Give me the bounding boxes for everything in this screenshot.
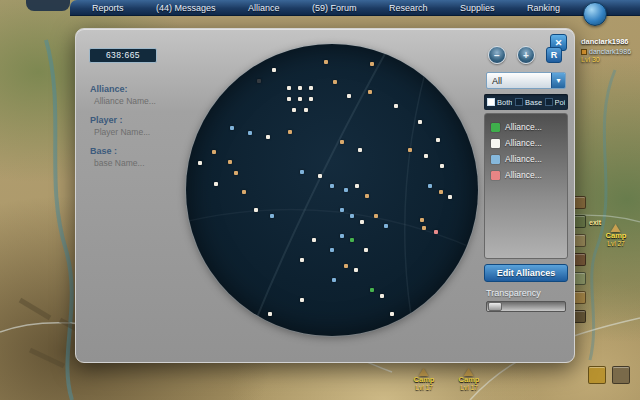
- radar-dot[interactable]: [298, 97, 302, 101]
- checkbox-both[interactable]: [487, 98, 495, 106]
- radar-dot[interactable]: [355, 184, 359, 188]
- legend-row[interactable]: Alliance...: [485, 167, 567, 183]
- radar-dot[interactable]: [420, 218, 424, 222]
- resource-icon[interactable]: [588, 366, 606, 384]
- radar-dot[interactable]: [228, 160, 232, 164]
- nav-item-reports[interactable]: Reports: [92, 3, 124, 13]
- radar-dot[interactable]: [370, 62, 374, 66]
- legend-row[interactable]: Alliance...: [485, 151, 567, 167]
- top-left-widget[interactable]: [26, 0, 70, 11]
- checkbox-base[interactable]: [515, 98, 523, 106]
- radar-dot[interactable]: [358, 148, 362, 152]
- radar-dot[interactable]: [298, 86, 302, 90]
- nav-item-ranking[interactable]: Ranking: [527, 3, 560, 13]
- nav-item-supplies[interactable]: Supplies: [460, 3, 495, 13]
- radar-dot[interactable]: [304, 108, 308, 112]
- radar-dot[interactable]: [330, 184, 334, 188]
- radar-map[interactable]: [186, 44, 478, 336]
- transparency-slider[interactable]: [486, 301, 566, 312]
- radar-dot[interactable]: [257, 79, 261, 83]
- radar-dot[interactable]: [448, 195, 452, 199]
- radar-dot[interactable]: [324, 60, 328, 64]
- radar-dot[interactable]: [270, 214, 274, 218]
- radar-dot[interactable]: [268, 312, 272, 316]
- radar-dot[interactable]: [292, 108, 296, 112]
- radar-dot[interactable]: [254, 208, 258, 212]
- radar-dot[interactable]: [390, 312, 394, 316]
- radar-dot[interactable]: [340, 140, 344, 144]
- radar-dot[interactable]: [360, 220, 364, 224]
- radar-dot[interactable]: [266, 135, 270, 139]
- radar-dot[interactable]: [428, 184, 432, 188]
- nav-item-research[interactable]: Research: [389, 3, 428, 13]
- radar-dot[interactable]: [440, 164, 444, 168]
- map-poi-camp[interactable]: CampLvl 27: [606, 224, 627, 247]
- zoom-out-button[interactable]: −: [488, 46, 506, 64]
- radar-dot[interactable]: [248, 131, 252, 135]
- tent-icon: [611, 224, 621, 232]
- legend-row[interactable]: Alliance...: [485, 119, 567, 135]
- radar-dot[interactable]: [214, 182, 218, 186]
- radar-dot[interactable]: [354, 268, 358, 272]
- radar-dot[interactable]: [380, 294, 384, 298]
- corner-icons: [588, 366, 630, 384]
- radar-dot[interactable]: [394, 104, 398, 108]
- radar-dot[interactable]: [332, 278, 336, 282]
- radar-dot[interactable]: [434, 230, 438, 234]
- radar-dot[interactable]: [333, 80, 337, 84]
- radar-dot[interactable]: [300, 298, 304, 302]
- radar-dot[interactable]: [368, 90, 372, 94]
- radar-dot[interactable]: [330, 248, 334, 252]
- nav-item-forum[interactable]: (59) Forum: [312, 3, 357, 13]
- map-poi-camp[interactable]: CampLvl 17: [414, 368, 435, 391]
- map-poi-camp[interactable]: CampLvl 17: [459, 368, 480, 391]
- radar-dot[interactable]: [439, 190, 443, 194]
- radar-dot[interactable]: [344, 264, 348, 268]
- radar-dot[interactable]: [424, 154, 428, 158]
- edit-alliances-button[interactable]: Edit Alliances: [484, 264, 568, 282]
- world-orb-icon[interactable]: [583, 2, 607, 26]
- radar-dot[interactable]: [318, 174, 322, 178]
- radar-dot[interactable]: [370, 288, 374, 292]
- radar-dot[interactable]: [312, 238, 316, 242]
- reset-view-button[interactable]: R: [546, 47, 562, 63]
- player-badge[interactable]: danclark1986 danclark1986 Lvl 30: [581, 37, 639, 63]
- radar-dot[interactable]: [272, 68, 276, 72]
- radar-dot[interactable]: [344, 188, 348, 192]
- radar-dot[interactable]: [300, 258, 304, 262]
- radar-dot[interactable]: [364, 248, 368, 252]
- radar-dot[interactable]: [309, 86, 313, 90]
- legend-label: Alliance...: [505, 122, 542, 132]
- transparency-slider-handle[interactable]: [488, 302, 502, 311]
- radar-dot[interactable]: [309, 97, 313, 101]
- radar-dot[interactable]: [436, 138, 440, 142]
- radar-dot[interactable]: [287, 86, 291, 90]
- radar-dot[interactable]: [234, 171, 238, 175]
- zoom-in-button[interactable]: +: [517, 46, 535, 64]
- nav-item-messages[interactable]: (44) Messages: [156, 3, 216, 13]
- radar-dot[interactable]: [230, 126, 234, 130]
- nav-item-alliance[interactable]: Alliance: [248, 3, 280, 13]
- radar-dot[interactable]: [212, 150, 216, 154]
- alliance-filter-dropdown[interactable]: All ▾: [486, 72, 566, 89]
- legend-row[interactable]: Alliance...: [485, 135, 567, 151]
- radar-dot[interactable]: [347, 94, 351, 98]
- radar-dot[interactable]: [340, 234, 344, 238]
- radar-dot[interactable]: [418, 120, 422, 124]
- radar-dot[interactable]: [287, 97, 291, 101]
- radar-dot[interactable]: [384, 224, 388, 228]
- radar-dot[interactable]: [408, 148, 412, 152]
- resource-icon[interactable]: [612, 366, 630, 384]
- radar-dot[interactable]: [340, 208, 344, 212]
- map-label-exit[interactable]: exit: [589, 219, 601, 226]
- radar-dot[interactable]: [365, 194, 369, 198]
- radar-dot[interactable]: [242, 190, 246, 194]
- radar-dot[interactable]: [422, 226, 426, 230]
- radar-dot[interactable]: [288, 130, 292, 134]
- radar-dot[interactable]: [350, 214, 354, 218]
- checkbox-poi[interactable]: [545, 98, 553, 106]
- radar-dot[interactable]: [374, 214, 378, 218]
- radar-dot[interactable]: [198, 161, 202, 165]
- radar-dot[interactable]: [300, 170, 304, 174]
- radar-dot[interactable]: [350, 238, 354, 242]
